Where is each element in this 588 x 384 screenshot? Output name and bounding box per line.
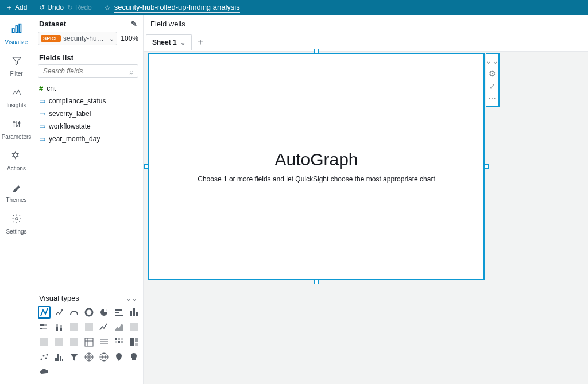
add-button[interactable]: ＋ Add xyxy=(6,3,27,13)
visual-type-autograph[interactable] xyxy=(38,306,51,319)
svg-rect-12 xyxy=(115,309,122,311)
chevron-down-icon: ⌄ xyxy=(180,39,185,46)
dataset-name: security-hub-rol... xyxy=(63,34,107,42)
svg-point-9 xyxy=(15,218,18,220)
visual-type-gauge[interactable] xyxy=(68,306,80,319)
field-item[interactable]: ▭ workflowstate xyxy=(33,120,143,133)
search-fields-input[interactable] xyxy=(38,64,138,78)
visual-type-combo-bar[interactable] xyxy=(127,321,140,333)
insights-icon xyxy=(0,87,33,100)
visual-type-horizontal-stacked-bar[interactable] xyxy=(38,321,51,333)
svg-rect-44 xyxy=(130,338,134,346)
visual-type-table[interactable] xyxy=(98,336,110,348)
nav-filter[interactable]: Filter xyxy=(0,51,33,83)
string-type-icon: ▭ xyxy=(39,122,45,130)
nav-label: Parameters xyxy=(2,134,32,140)
field-label: compliance_status xyxy=(49,97,106,105)
visual-type-clustered-bar[interactable] xyxy=(68,336,80,348)
visual-type-vertical-100-stacked[interactable] xyxy=(83,321,95,333)
nav-parameters[interactable]: Parameters xyxy=(0,114,33,146)
undo-label: Undo xyxy=(47,3,64,11)
field-label: severity_label xyxy=(49,110,91,118)
undo-button[interactable]: ↺ Undo xyxy=(39,3,64,11)
add-label: Add xyxy=(15,3,27,11)
add-sheet-button[interactable]: ＋ xyxy=(193,35,208,50)
nav-settings[interactable]: Settings xyxy=(0,209,33,241)
visual-settings-icon[interactable]: ⚙ xyxy=(488,69,497,78)
nav-label: Settings xyxy=(6,228,26,235)
visual-type-pie[interactable] xyxy=(98,306,110,319)
import-percentage: 100% xyxy=(121,34,138,42)
collapse-icon[interactable]: ⌄⌄ xyxy=(126,294,137,302)
sheet-tab[interactable]: Sheet 1 ⌄ xyxy=(146,34,192,50)
svg-rect-42 xyxy=(118,341,120,343)
analysis-name[interactable]: security-hub-rolled-up-finding analysis xyxy=(114,3,240,13)
sheet-tab-label: Sheet 1 xyxy=(152,38,177,46)
svg-rect-40 xyxy=(121,338,123,340)
svg-rect-41 xyxy=(115,341,117,343)
svg-rect-32 xyxy=(85,338,93,346)
svg-rect-24 xyxy=(60,328,62,331)
visual-type-tree-map[interactable] xyxy=(127,336,140,348)
fields-heading: Fields list xyxy=(33,50,143,64)
field-label: year_month_day xyxy=(49,135,100,143)
svg-rect-1 xyxy=(16,26,17,33)
nav-insights[interactable]: Insights xyxy=(0,83,33,114)
field-item[interactable]: ▭ severity_label xyxy=(33,107,143,120)
visual-type-radar[interactable] xyxy=(83,351,95,363)
visual-type-stacked-area[interactable] xyxy=(53,336,65,348)
visual-type-points-on-map[interactable] xyxy=(113,351,125,363)
dataset-selector[interactable]: SPICE security-hub-rol... ⌄ xyxy=(38,32,117,45)
fields-panel: Dataset ✎ SPICE security-hub-rol... ⌄ 10… xyxy=(33,15,144,384)
canvas[interactable]: AutoGraph Choose 1 or more fields and le… xyxy=(144,52,588,384)
main-area: Field wells Sheet 1 ⌄ ＋ AutoGraph Choose… xyxy=(144,15,588,384)
visual-type-horizontal-100-stacked[interactable] xyxy=(68,321,80,333)
svg-rect-18 xyxy=(40,324,44,326)
redo-label: Redo xyxy=(75,3,92,11)
field-item[interactable]: ▭ compliance_status xyxy=(33,95,143,107)
visual-type-combo-line[interactable] xyxy=(38,336,51,348)
visual-type-heatmap[interactable] xyxy=(113,336,125,348)
string-type-icon: ▭ xyxy=(39,135,45,143)
visual-type-word-cloud[interactable] xyxy=(38,366,51,378)
field-item[interactable]: # cnt xyxy=(33,82,143,95)
expand-visual-icon[interactable]: ⤢ xyxy=(488,82,497,91)
svg-rect-26 xyxy=(70,323,78,331)
visual-type-scatter[interactable] xyxy=(38,351,51,363)
svg-rect-25 xyxy=(60,325,62,328)
visual-type-horizontal-bar[interactable] xyxy=(113,306,125,319)
svg-rect-30 xyxy=(55,338,63,346)
nav-label: Visualize xyxy=(5,39,28,45)
nav-actions[interactable]: Actions xyxy=(0,146,33,177)
svg-rect-2 xyxy=(19,24,21,33)
visual-type-pivot-table[interactable] xyxy=(83,336,95,348)
visual-menu-icon[interactable]: ⋯ xyxy=(488,94,497,103)
plus-icon: ＋ xyxy=(6,3,13,13)
edit-dataset-icon[interactable]: ✎ xyxy=(131,20,137,28)
svg-point-47 xyxy=(41,359,42,360)
nav-themes[interactable]: Themes xyxy=(0,177,33,209)
visual-type-geo-map[interactable] xyxy=(98,351,110,363)
spice-badge: SPICE xyxy=(41,35,61,42)
visual-type-insight[interactable] xyxy=(127,351,140,363)
svg-rect-51 xyxy=(55,358,57,361)
visual-type-funnel[interactable] xyxy=(68,351,80,363)
svg-rect-14 xyxy=(115,315,123,316)
visual-type-vertical-stacked-bar[interactable] xyxy=(53,321,65,333)
star-icon[interactable]: ☆ xyxy=(104,3,111,12)
field-item[interactable]: ▭ year_month_day xyxy=(33,133,143,145)
visual-type-kpi-trend[interactable] xyxy=(53,306,65,319)
visual-container[interactable]: AutoGraph Choose 1 or more fields and le… xyxy=(148,53,485,280)
visual-type-histogram[interactable] xyxy=(53,351,65,363)
collapse-visual-icon[interactable]: ⌄⌄ xyxy=(488,56,497,65)
visual-type-line[interactable] xyxy=(98,321,110,333)
visual-type-donut[interactable] xyxy=(83,306,95,319)
svg-rect-21 xyxy=(42,328,47,329)
svg-point-10 xyxy=(86,309,92,316)
svg-rect-28 xyxy=(130,323,138,331)
visual-type-area[interactable] xyxy=(113,321,125,333)
nav-visualize[interactable]: Visualize xyxy=(0,18,33,51)
visual-type-vertical-bar[interactable] xyxy=(127,306,140,319)
field-wells-bar[interactable]: Field wells xyxy=(144,15,588,33)
svg-rect-45 xyxy=(135,338,138,342)
